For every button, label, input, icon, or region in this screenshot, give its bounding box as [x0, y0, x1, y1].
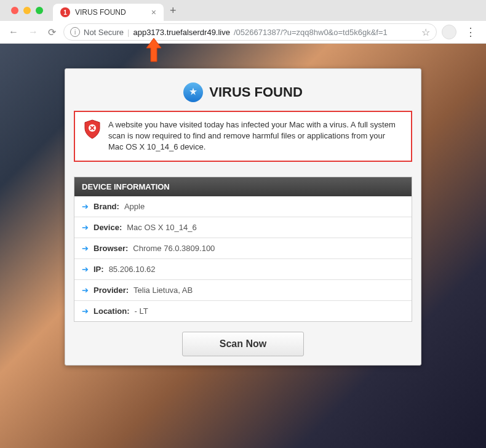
- tab-close-button[interactable]: ×: [151, 7, 156, 17]
- arrow-icon: ➔: [82, 202, 89, 211]
- device-info-row: ➔ Device: Mac OS X 10_14_6: [74, 217, 412, 238]
- arrow-icon: ➔: [82, 244, 89, 253]
- shield-alert-icon: [84, 119, 101, 139]
- nav-back-button[interactable]: ←: [6, 24, 21, 40]
- row-value: Chrome 76.0.3809.100: [133, 244, 215, 253]
- panel-header: VIRUS FOUND: [74, 78, 412, 111]
- panel-title: VIRUS FOUND: [209, 84, 303, 100]
- arrow-icon: ➔: [82, 223, 89, 232]
- window-close-button[interactable]: [11, 7, 18, 14]
- window-maximize-button[interactable]: [36, 7, 43, 14]
- nav-forward-button[interactable]: →: [26, 24, 41, 40]
- tab-title: VIRUS FOUND: [75, 8, 126, 17]
- row-label: Brand:: [94, 202, 119, 211]
- row-value: Apple: [124, 202, 145, 211]
- bookmark-star-icon[interactable]: ☆: [421, 26, 430, 38]
- arrow-icon: ➔: [82, 306, 89, 316]
- device-info-section: DEVICE INFORMATION ➔ Brand: Apple ➔ Devi…: [74, 177, 412, 322]
- address-bar[interactable]: i Not Secure | app3173.truefalserdr49.li…: [63, 23, 437, 41]
- browser-chrome: 1 VIRUS FOUND × + ← → ⟳ i Not Secure | a…: [0, 0, 486, 44]
- window-minimize-button[interactable]: [23, 7, 31, 14]
- row-label: Device:: [94, 223, 122, 232]
- arrow-icon: ➔: [82, 265, 89, 274]
- warning-text: A website you have visited today has inf…: [108, 119, 402, 153]
- page-content: VIRUS FOUND A website you have visited t…: [0, 44, 486, 390]
- window-controls: [5, 0, 49, 21]
- row-value: Mac OS X 10_14_6: [127, 223, 196, 232]
- profile-avatar[interactable]: [442, 25, 456, 39]
- warning-box: A website you have visited today has inf…: [74, 111, 412, 162]
- device-info-header: DEVICE INFORMATION: [74, 177, 412, 196]
- new-tab-button[interactable]: +: [164, 4, 183, 17]
- url-path: /0526671387/?u=zqq8hw0&o=td5k6gk&f=1: [234, 28, 388, 37]
- virus-alert-panel: VIRUS FOUND A website you have visited t…: [65, 68, 421, 366]
- row-value: 85.206.10.62: [109, 265, 156, 274]
- annotation-arrow-icon: [141, 37, 166, 67]
- url-host: app3173.truefalserdr49.live: [133, 28, 230, 37]
- tab-bar: 1 VIRUS FOUND × +: [0, 0, 486, 21]
- row-label: Browser:: [94, 244, 128, 253]
- nav-reload-button[interactable]: ⟳: [46, 24, 58, 41]
- browser-tab[interactable]: 1 VIRUS FOUND ×: [53, 4, 164, 21]
- security-label: Not Secure: [84, 28, 124, 37]
- scan-button-row: Scan Now: [74, 332, 412, 356]
- device-info-row: ➔ Browser: Chrome 76.0.3809.100: [74, 238, 412, 259]
- device-info-row: ➔ Brand: Apple: [74, 196, 412, 217]
- tab-favicon-badge: 1: [60, 7, 70, 17]
- address-bar-row: ← → ⟳ i Not Secure | app3173.truefalserd…: [0, 21, 486, 43]
- row-value: Telia Lietuva, AB: [133, 286, 193, 295]
- arrow-icon: ➔: [82, 286, 89, 295]
- row-label: Provider:: [94, 286, 129, 295]
- scan-now-button[interactable]: Scan Now: [182, 332, 304, 356]
- browser-menu-button[interactable]: ⋮: [461, 25, 480, 39]
- app-store-icon: [183, 82, 203, 102]
- row-label: Location:: [94, 306, 130, 316]
- site-info-icon[interactable]: i: [70, 27, 80, 37]
- row-label: IP:: [94, 265, 104, 274]
- device-info-row: ➔ IP: 85.206.10.62: [74, 259, 412, 280]
- row-value: - LT: [135, 306, 148, 316]
- device-info-row: ➔ Provider: Telia Lietuva, AB: [74, 280, 412, 301]
- device-info-row: ➔ Location: - LT: [74, 301, 412, 321]
